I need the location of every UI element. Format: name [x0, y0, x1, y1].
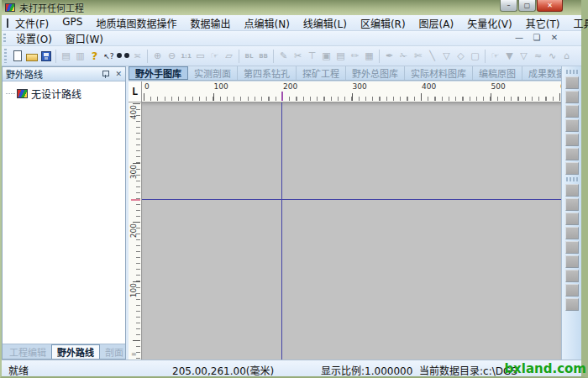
doc-tab-1[interactable]: 实测剖面	[188, 66, 238, 80]
link-icon[interactable]: ≍	[130, 49, 144, 64]
right-toolbar-button-3-2[interactable]	[565, 213, 579, 225]
close-panel-icon[interactable]: ✕	[115, 70, 122, 78]
print-icon[interactable]: ▤	[59, 49, 73, 64]
document-tab-bar: 野外手图库实测剖面第四系钻孔探矿工程野外总图库实际材料图库编稿原图成果数据库	[129, 66, 561, 81]
dock-tab-0[interactable]: 工程编辑	[4, 344, 51, 359]
right-toolbar-button-3-6[interactable]	[565, 270, 579, 282]
maximize-button[interactable]: ▢	[518, 0, 536, 12]
right-toolbar-button-1-2[interactable]	[565, 105, 579, 118]
select-point-icon[interactable]: ☞	[488, 49, 502, 64]
paste-graph-icon[interactable]: ▤	[333, 49, 348, 64]
mdi-restore-button[interactable]: ❏	[532, 33, 542, 42]
dock-tab-2[interactable]: 剖面	[100, 344, 129, 359]
doc-tab-3[interactable]: 探矿工程	[297, 66, 346, 80]
menu-item-row2-0[interactable]: 设置(O)	[9, 30, 59, 46]
menu-item-3[interactable]: 数据输出	[183, 15, 237, 31]
pencil-icon[interactable]: ✒	[382, 49, 396, 64]
menu-item-6[interactable]: 区编辑(R)	[354, 15, 412, 31]
mdi-close-button[interactable]: ✕	[549, 33, 559, 42]
clip-icon[interactable]: ✁	[396, 49, 411, 64]
bb-tool-icon[interactable]: BB	[256, 49, 270, 64]
right-toolbar-button-3-8[interactable]	[565, 298, 579, 311]
right-toolbar-button-3-4[interactable]	[565, 241, 579, 254]
toolbar-separator	[273, 50, 274, 63]
dock-panel-title: 野外路线	[6, 67, 43, 81]
right-toolbar-button-1-4[interactable]	[565, 134, 579, 146]
browse-view-icon[interactable]	[116, 49, 130, 64]
canvas-row: = 400300200100	[129, 102, 561, 360]
tree-item-0[interactable]: 无设计路线	[3, 87, 125, 100]
polygon-icon[interactable]: ▽	[439, 49, 454, 64]
region-fill-icon[interactable]: ▢	[468, 49, 482, 64]
menu-item-row2-1[interactable]: 窗口(W)	[59, 30, 110, 46]
menu-item-10[interactable]: 工具	[566, 15, 588, 31]
mdi-minimize-button[interactable]: —	[514, 33, 524, 42]
menu-grip-2[interactable]	[3, 34, 6, 44]
pan-hand-icon[interactable]: ☞	[207, 49, 222, 64]
cut-line-icon[interactable]: ✂	[291, 49, 305, 64]
curve-icon[interactable]: ∿	[545, 49, 559, 64]
right-toolbar-button-3-1[interactable]	[565, 198, 579, 211]
right-toolbar-button-1-1[interactable]	[565, 91, 579, 103]
node-edit-icon[interactable]: ◇	[454, 49, 468, 64]
minimize-button[interactable]: –	[500, 0, 517, 12]
bl-tool-icon[interactable]: BL	[242, 49, 256, 64]
right-toolbar-button-1-0[interactable]	[565, 76, 579, 89]
print-preview-icon[interactable]: ▥	[73, 49, 87, 64]
right-toolbar-button-1-6[interactable]	[565, 162, 579, 175]
right-toolbar-button-3-7[interactable]	[565, 284, 579, 297]
right-toolbar-button-1-5[interactable]	[565, 148, 579, 160]
zoom-out-icon[interactable]: ⊖	[165, 49, 179, 64]
dock-tab-1[interactable]: 野外路线	[51, 344, 100, 359]
menu-item-4[interactable]: 点编辑(N)	[237, 15, 296, 31]
zoom-in-icon[interactable]: ⊕	[150, 49, 165, 64]
draw-point-icon[interactable]: ✎	[276, 49, 291, 64]
doc-tab-7[interactable]: 成果数据库	[522, 66, 561, 80]
menu-item-5[interactable]: 线编辑(L)	[297, 15, 354, 31]
redraw-icon[interactable]: ▱	[222, 49, 236, 64]
context-help-icon[interactable]: ↖?	[102, 49, 116, 64]
new-file-icon[interactable]	[10, 49, 24, 64]
ruler-origin-button[interactable]: L	[129, 81, 142, 102]
menu-item-7[interactable]: 图层(A)	[412, 15, 461, 31]
title-bar[interactable]: 未打开任何工程 – ▢ ✕	[2, 0, 581, 15]
menu-item-2[interactable]: 地质填图数据操作	[89, 15, 183, 31]
menu-item-8[interactable]: 矢量化(V)	[460, 15, 519, 31]
dock-panel-header[interactable]: 野外路线 ✕	[3, 67, 125, 81]
doc-tab-6[interactable]: 编稿原图	[473, 66, 522, 80]
right-toolbar-grip[interactable]	[566, 177, 578, 181]
save-icon[interactable]	[39, 49, 53, 64]
menu-item-0[interactable]: 文件(F)	[8, 15, 55, 31]
menu-bar-row2: 设置(O)窗口(W) — ❏ ✕	[2, 31, 581, 46]
smooth-icon[interactable]: ≈	[531, 49, 545, 64]
line-draw-icon[interactable]: ╲	[425, 49, 439, 64]
trim-icon[interactable]: ✄	[411, 49, 425, 64]
edit-point-icon[interactable]: ✏	[348, 49, 362, 64]
right-toolbar-grip[interactable]	[566, 70, 578, 74]
open-folder-icon[interactable]	[24, 49, 39, 64]
stamp-icon[interactable]: ⌂	[559, 49, 574, 64]
help-icon[interactable]: ?	[87, 49, 102, 64]
copy-graph-icon[interactable]: ▣	[319, 49, 333, 64]
v-ruler-label: 100	[129, 283, 138, 297]
menu-item-1[interactable]: GPS	[55, 15, 89, 31]
zoom-1to1-icon[interactable]: 1:1	[179, 49, 193, 64]
pin-icon[interactable]	[102, 71, 109, 78]
menu-item-9[interactable]: 其它(T)	[519, 15, 567, 31]
right-toolbar-button-3-0[interactable]	[565, 184, 579, 197]
map-canvas[interactable]	[142, 102, 561, 360]
right-toolbar-button-3-3[interactable]	[565, 227, 579, 239]
right-toolbar-button-3-5[interactable]	[565, 255, 579, 268]
funnel-up-icon[interactable]: ▽	[517, 49, 531, 64]
edit-region-icon[interactable]: ▦	[362, 49, 376, 64]
fit-page-icon[interactable]: ▭	[193, 49, 207, 64]
doc-tab-2[interactable]: 第四系钻孔	[238, 66, 297, 80]
doc-tab-0[interactable]: 野外手图库	[129, 66, 188, 80]
toolbar-grip[interactable]	[4, 49, 7, 62]
funnel-down-icon[interactable]: ▼	[502, 49, 517, 64]
doc-tab-5[interactable]: 实际材料图库	[405, 66, 473, 80]
move-label-icon[interactable]: ⊤	[305, 49, 319, 64]
close-button[interactable]: ✕	[537, 0, 563, 12]
right-toolbar-button-1-3[interactable]	[565, 119, 579, 132]
doc-tab-4[interactable]: 野外总图库	[346, 66, 405, 80]
